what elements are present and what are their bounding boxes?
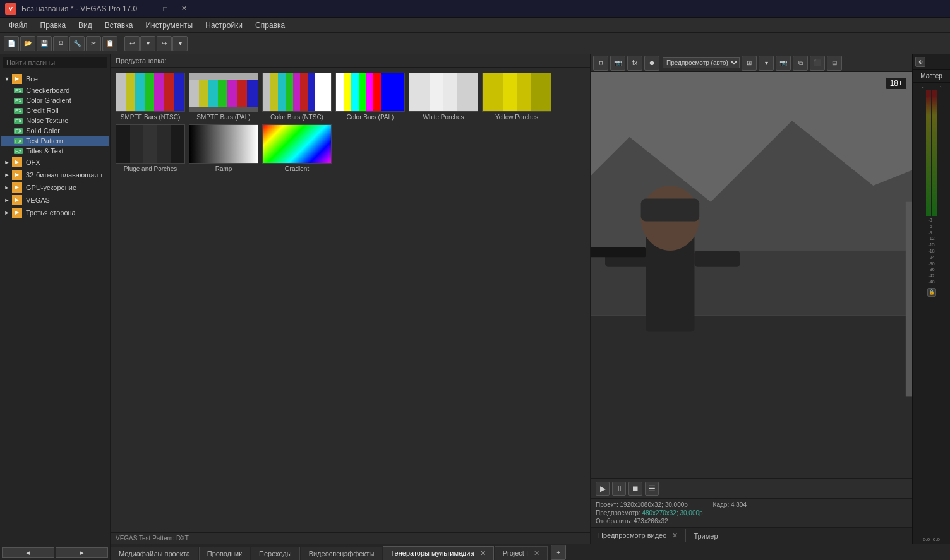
tab-generators[interactable]: Генераторы мультимедиа ✕	[383, 546, 493, 560]
master-settings-button[interactable]: ⚙	[915, 57, 925, 67]
preset-pluge-porches[interactable]: Pluge and Porches	[116, 124, 185, 172]
preview-video-tab[interactable]: Предпросмотр видео ✕	[591, 529, 686, 542]
redo-button[interactable]: ↪	[157, 36, 172, 51]
fx-panel-header: Предустановка:	[111, 54, 590, 68]
tab-project-close[interactable]: ✕	[534, 549, 539, 557]
pause-button[interactable]: ⏸	[612, 482, 626, 496]
menu-button[interactable]: ☰	[645, 482, 659, 496]
undo-dropdown[interactable]: ▾	[140, 36, 155, 51]
maximize-button[interactable]: □	[156, 2, 174, 16]
properties-button[interactable]: 🔧	[69, 36, 85, 51]
tree-item-ofx[interactable]: ► ▶ OFX	[1, 156, 109, 169]
new-button[interactable]: 📄	[4, 36, 19, 51]
menu-insert[interactable]: Вставка	[99, 20, 140, 31]
menu-help[interactable]: Справка	[249, 20, 291, 31]
tree-item-noisetexture[interactable]: FX Noise Texture	[1, 116, 109, 126]
vu-left	[926, 90, 931, 216]
preview-record-button[interactable]: ⏺	[644, 56, 659, 71]
tree-item-32bit[interactable]: ► ▶ 32-битная плавающая т	[1, 169, 109, 181]
preset-gradient[interactable]: Gradient	[262, 124, 332, 172]
preview-properties-button[interactable]: 📷	[610, 56, 625, 71]
preview-settings-button[interactable]: ⚙	[593, 56, 608, 71]
tree-item-vegas[interactable]: ► ▶ VEGAS	[1, 194, 109, 206]
preview-fx-button[interactable]: fx	[627, 56, 642, 71]
tree-item-titlestext[interactable]: FX Titles & Text	[1, 146, 109, 156]
menu-file[interactable]: Файл	[3, 20, 34, 31]
fx-status-text: VEGAS Test Pattern: DXT	[116, 535, 189, 542]
preset-label-ramp: Ramp	[215, 165, 232, 172]
display-info-label: Отобразить: 473x266x32	[596, 518, 703, 525]
redo-dropdown[interactable]: ▾	[172, 36, 188, 51]
vu-scale: -3 -6 -9 -12 -15 -18 -24 -30 -36 -42 -48	[928, 217, 934, 285]
close-button[interactable]: ✕	[175, 2, 193, 16]
menu-tools[interactable]: Инструменты	[139, 20, 199, 31]
tree-item-gpu[interactable]: ► ▶ GPU-ускорение	[1, 181, 109, 194]
left-panel: ▼ ▶ Все FX Checkerboard FX Color Gradien…	[0, 54, 111, 560]
tab-add-button[interactable]: +	[551, 545, 566, 560]
trimmer-tab[interactable]: Тример	[686, 530, 726, 542]
preset-thumb-smpte-ntsc	[116, 73, 185, 112]
copy-button[interactable]: 📋	[102, 36, 117, 51]
tab-transitions[interactable]: Переходы	[251, 547, 300, 560]
menu-settings[interactable]: Настройки	[199, 20, 249, 31]
preview-copy-button[interactable]: ⧉	[793, 56, 808, 71]
stop-button[interactable]: ⏹	[628, 482, 642, 496]
preview-info-label: Предпросмотр: 480x270x32; 30,000p	[596, 509, 703, 516]
undo-button[interactable]: ↩	[124, 36, 140, 51]
preset-ramp[interactable]: Ramp	[189, 124, 258, 172]
fx-panel-spacer	[111, 177, 590, 532]
tree-toggle-gpu: ►	[4, 184, 10, 191]
preview-screenshot-button[interactable]: 📷	[776, 56, 791, 71]
preset-thumb-pluge-porches	[116, 124, 185, 164]
tree-item-thirdparty[interactable]: ► ▶ Третья сторона	[1, 206, 109, 219]
tab-generators-close[interactable]: ✕	[480, 549, 486, 557]
tree-label-ofx: OFX	[26, 158, 40, 166]
preset-yellow-porches[interactable]: Yellow Porches	[482, 73, 551, 121]
tree-item-creditroll[interactable]: FX Credit Roll	[1, 105, 109, 116]
open-button[interactable]: 📂	[20, 36, 35, 51]
tree-item-testpattern[interactable]: FX Test Pattern	[1, 136, 109, 146]
nav-prev-button[interactable]: ◄	[2, 547, 54, 558]
preset-color-pal[interactable]: Color Bars (PAL)	[335, 73, 405, 121]
preview-video-tab-close[interactable]: ✕	[672, 532, 678, 539]
render-button[interactable]: ⚙	[53, 36, 68, 51]
tab-explorer[interactable]: Проводник	[199, 547, 250, 560]
title-bar: V Без названия * - VEGAS Pro 17.0 ─ □ ✕	[0, 0, 950, 18]
fx-panel: Предустановка: SMPTE Bars (NTSC) SMPTE B…	[111, 54, 590, 544]
preview-mode-select[interactable]: Предпросмотр (авто)	[663, 57, 740, 68]
search-input[interactable]	[3, 57, 107, 68]
tree-label-noisetexture: Noise Texture	[26, 117, 68, 124]
tree-item-checkerboard[interactable]: FX Checkerboard	[1, 85, 109, 95]
vu-right	[932, 90, 937, 216]
vu-lock-button[interactable]: 🔒	[927, 288, 936, 297]
preview-toolbar: ⚙ 📷 fx ⏺ Предпросмотр (авто) ⊞ ▾ 📷 ⧉ ⬛ ⊟	[591, 54, 912, 72]
tab-project[interactable]: Project I ✕	[495, 546, 548, 560]
tree-item-colorgradient[interactable]: FX Color Gradient	[1, 95, 109, 105]
tree-label-32bit: 32-битная плавающая т	[26, 171, 103, 179]
nav-next-button[interactable]: ►	[56, 547, 108, 558]
tab-media[interactable]: Медиафайлы проекта	[111, 547, 198, 560]
tree-label-checkerboard: Checkerboard	[26, 86, 69, 94]
preset-smpte-pal[interactable]: SMPTE Bars (PAL)	[189, 73, 258, 121]
preset-smpte-ntsc[interactable]: SMPTE Bars (NTSC)	[116, 73, 185, 121]
preset-label-gradient: Gradient	[285, 165, 309, 172]
folder-icon-ofx: ▶	[12, 157, 22, 167]
master-label: Мастер	[913, 70, 950, 83]
preview-grid-button[interactable]: ⊞	[742, 56, 757, 71]
tree-item-solidcolor[interactable]: FX Solid Color	[1, 126, 109, 136]
tree-item-all[interactable]: ▼ ▶ Все	[1, 73, 109, 85]
menu-edit[interactable]: Правка	[34, 20, 73, 31]
preview-ext-button[interactable]: ⬛	[810, 56, 825, 71]
preview-grid-dropdown[interactable]: ▾	[759, 56, 774, 71]
vu-bars	[926, 90, 937, 216]
preset-white-porches[interactable]: White Porches	[409, 73, 478, 121]
preset-label-color-ntsc: Color Bars (NTSC)	[270, 114, 323, 121]
play-button[interactable]: ▶	[596, 482, 610, 496]
tab-videofx[interactable]: Видеоспецэффекты	[301, 547, 383, 560]
save-button[interactable]: 💾	[37, 36, 52, 51]
preset-color-ntsc[interactable]: Color Bars (NTSC)	[262, 73, 332, 121]
menu-view[interactable]: Вид	[72, 20, 99, 31]
cut-button[interactable]: ✂	[86, 36, 101, 51]
minimize-button[interactable]: ─	[137, 2, 155, 16]
preview-split-button[interactable]: ⊟	[827, 56, 842, 71]
